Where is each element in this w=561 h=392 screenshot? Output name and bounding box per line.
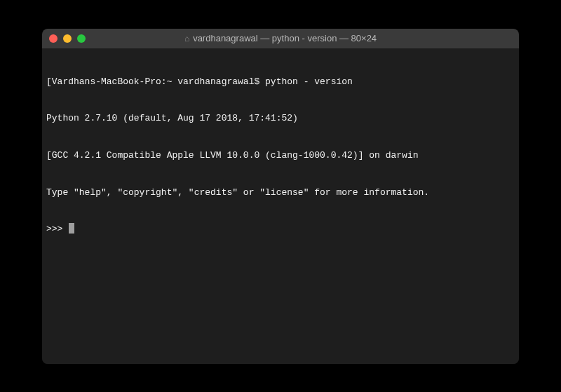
- terminal-line: Type "help", "copyright", "credits" or "…: [46, 187, 515, 199]
- window-title-text: vardhanagrawal — python - version — 80×2…: [193, 33, 377, 43]
- close-button[interactable]: [49, 34, 58, 43]
- terminal-line: [GCC 4.2.1 Compatible Apple LLVM 10.0.0 …: [46, 149, 515, 162]
- terminal-prompt-line: >>>: [46, 223, 515, 236]
- terminal-body[interactable]: [Vardhans-MacBook-Pro:~ vardhanagrawal$ …: [42, 48, 519, 364]
- repl-prompt: >>>: [46, 223, 68, 236]
- terminal-line: [Vardhans-MacBook-Pro:~ vardhanagrawal$ …: [46, 76, 515, 88]
- cursor: [69, 223, 74, 234]
- window-title: ⌂ vardhanagrawal — python - version — 80…: [42, 33, 519, 43]
- minimize-button[interactable]: [63, 34, 72, 43]
- terminal-line: Python 2.7.10 (default, Aug 17 2018, 17:…: [46, 112, 515, 125]
- maximize-button[interactable]: [77, 34, 86, 43]
- home-icon: ⌂: [184, 34, 189, 43]
- titlebar: ⌂ vardhanagrawal — python - version — 80…: [42, 29, 519, 48]
- terminal-window: ⌂ vardhanagrawal — python - version — 80…: [42, 29, 519, 364]
- traffic-lights: [49, 34, 86, 43]
